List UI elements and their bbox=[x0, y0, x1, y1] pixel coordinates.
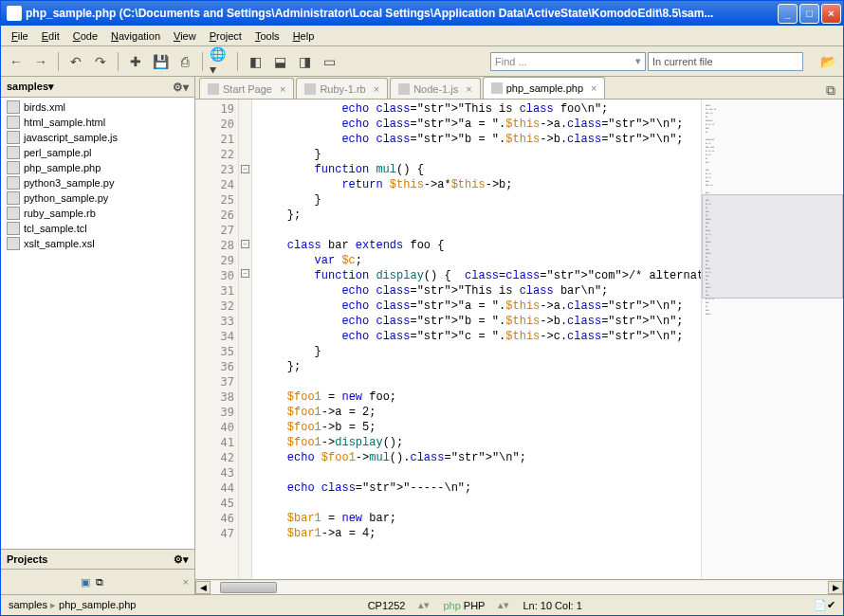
code-line[interactable]: $bar1->a = 4; bbox=[260, 526, 701, 541]
line-number[interactable]: 34 bbox=[195, 329, 234, 344]
horizontal-scrollbar[interactable]: ◀ ▶ bbox=[195, 579, 843, 594]
line-number[interactable]: 28 bbox=[195, 238, 234, 253]
line-number[interactable]: 24 bbox=[195, 177, 234, 192]
code-line[interactable]: $bar1 = new bar; bbox=[260, 511, 701, 526]
code-line[interactable]: class bar extends foo { bbox=[260, 238, 701, 253]
encoding-selector[interactable]: CP1252 bbox=[368, 600, 406, 611]
code-line[interactable]: echo class="str">"a = ".$this->a.class="… bbox=[260, 299, 701, 314]
minimap[interactable]: ▬▬▬▬ ▬▬ ▬▬▬ ▬▬▬▬▬▬▬ ▬ ▬▬▬▬▬▬▬▬▬▬ ▬▬▬ ▬▬▬… bbox=[701, 100, 843, 579]
code-line[interactable]: $foo1->b = 5; bbox=[260, 420, 701, 435]
code-line[interactable]: return $this->a*$this->b; bbox=[260, 177, 701, 192]
maximize-button[interactable]: □ bbox=[799, 4, 819, 24]
browser-preview-button[interactable]: 🌐▾ bbox=[209, 50, 231, 73]
scroll-left-button[interactable]: ◀ bbox=[195, 581, 211, 594]
fullscreen-button[interactable]: ▭ bbox=[318, 50, 340, 73]
panel-bottom-button[interactable]: ⬓ bbox=[268, 50, 291, 73]
print-button[interactable]: ⎙ bbox=[174, 50, 196, 73]
line-number[interactable]: 25 bbox=[195, 192, 234, 208]
code-line[interactable] bbox=[260, 223, 701, 238]
code-line[interactable]: } bbox=[260, 344, 701, 359]
line-number[interactable]: 33 bbox=[195, 314, 234, 329]
close-icon[interactable]: × bbox=[374, 83, 379, 95]
line-number[interactable]: 29 bbox=[195, 253, 234, 268]
menu-file[interactable]: File bbox=[5, 28, 35, 44]
line-number[interactable]: 40 bbox=[195, 420, 234, 435]
file-item[interactable]: php_sample.php bbox=[1, 160, 194, 175]
breadcrumb-folder[interactable]: samples bbox=[9, 599, 47, 610]
code-line[interactable]: }; bbox=[260, 359, 701, 374]
code-line[interactable]: echo class="str">"a = ".$this->a.class="… bbox=[260, 117, 701, 132]
code-line[interactable]: $foo1 = new foo; bbox=[260, 390, 701, 405]
code-line[interactable]: } bbox=[260, 147, 701, 162]
undo-button[interactable]: ↶ bbox=[64, 50, 87, 73]
code-line[interactable]: echo class="str">"c = ".$this->c.class="… bbox=[260, 329, 701, 344]
editor-tab[interactable]: Start Page× bbox=[199, 78, 294, 99]
file-item[interactable]: python3_sample.py bbox=[1, 175, 194, 190]
language-selector[interactable]: php PHP bbox=[443, 600, 485, 611]
line-number[interactable]: 20 bbox=[195, 117, 234, 132]
menu-navigation[interactable]: Navigation bbox=[104, 28, 167, 44]
file-item[interactable]: xslt_sample.xsl bbox=[1, 236, 194, 251]
line-number[interactable]: 38 bbox=[195, 390, 234, 405]
close-icon[interactable]: × bbox=[466, 83, 471, 95]
breadcrumb[interactable]: samples ▸ php_sample.php bbox=[9, 599, 136, 611]
line-number[interactable]: 32 bbox=[195, 299, 234, 314]
editor-tab[interactable]: php_sample.php× bbox=[483, 77, 606, 99]
copy-icon[interactable]: ⧉ bbox=[96, 576, 103, 589]
updown-icon[interactable]: ▴▾ bbox=[418, 599, 430, 611]
breadcrumb-file[interactable]: php_sample.php bbox=[59, 599, 136, 610]
file-list[interactable]: birds.xmlhtml_sample.htmljavascript_samp… bbox=[1, 98, 194, 549]
code-line[interactable] bbox=[260, 465, 701, 480]
minimap-viewport[interactable] bbox=[702, 194, 843, 299]
menu-view[interactable]: View bbox=[167, 28, 203, 44]
minimize-button[interactable]: _ bbox=[778, 4, 798, 24]
code-line[interactable] bbox=[260, 496, 701, 511]
line-number[interactable]: 36 bbox=[195, 359, 234, 374]
close-icon[interactable]: × bbox=[280, 83, 285, 95]
code-line[interactable]: echo $foo1->mul().class="str">"\n"; bbox=[260, 450, 701, 465]
tab-group-icon[interactable]: ⧉ bbox=[826, 82, 835, 99]
menu-tools[interactable]: Tools bbox=[248, 28, 286, 44]
menu-edit[interactable]: Edit bbox=[35, 28, 66, 44]
titlebar[interactable]: php_sample.php (C:\Documents and Setting… bbox=[1, 1, 843, 26]
file-item[interactable]: ruby_sample.rb bbox=[1, 206, 194, 221]
code-line[interactable]: echo class="str">"This is class foo\n"; bbox=[260, 101, 701, 117]
cursor-position[interactable]: Ln: 10 Col: 1 bbox=[523, 600, 581, 611]
code-line[interactable]: var $c; bbox=[260, 253, 701, 268]
close-icon[interactable]: × bbox=[591, 82, 596, 94]
forward-button[interactable]: → bbox=[29, 50, 52, 73]
code-line[interactable]: echo class="str">"-----\n"; bbox=[260, 480, 701, 496]
file-item[interactable]: birds.xml bbox=[1, 100, 194, 115]
fold-toggle[interactable]: − bbox=[241, 165, 249, 173]
line-number[interactable]: 46 bbox=[195, 511, 234, 526]
file-item[interactable]: python_sample.py bbox=[1, 190, 194, 206]
line-number[interactable]: 35 bbox=[195, 344, 234, 359]
editor-tab[interactable]: Ruby-1.rb× bbox=[296, 78, 388, 99]
line-number[interactable]: 19 bbox=[195, 101, 234, 117]
line-number[interactable]: 42 bbox=[195, 450, 234, 465]
menu-project[interactable]: Project bbox=[203, 28, 248, 44]
line-number[interactable]: 43 bbox=[195, 465, 234, 480]
code-line[interactable] bbox=[260, 374, 701, 390]
dropdown-icon[interactable]: ▾ bbox=[48, 81, 54, 92]
syntax-check-icon[interactable]: 📄✔ bbox=[814, 599, 835, 611]
line-number[interactable]: 44 bbox=[195, 480, 234, 496]
line-number[interactable]: 39 bbox=[195, 405, 234, 420]
new-file-button[interactable]: ✚ bbox=[124, 50, 147, 73]
line-number[interactable]: 41 bbox=[195, 435, 234, 450]
find-input[interactable]: Find ... ▾ bbox=[490, 52, 646, 71]
close-button[interactable]: × bbox=[821, 4, 841, 24]
panel-left-button[interactable]: ◧ bbox=[244, 50, 266, 73]
scroll-thumb[interactable] bbox=[220, 582, 277, 593]
redo-button[interactable]: ↷ bbox=[89, 50, 112, 73]
code-line[interactable]: $foo1->a = 2; bbox=[260, 405, 701, 420]
line-number[interactable]: 47 bbox=[195, 526, 234, 541]
collapse-icon[interactable]: ▣ bbox=[81, 576, 90, 589]
close-panel-button[interactable]: × bbox=[183, 576, 189, 588]
code-line[interactable]: }; bbox=[260, 208, 701, 223]
line-number[interactable]: 30 bbox=[195, 268, 234, 283]
code-line[interactable]: function display() { class=class="str">"… bbox=[260, 268, 701, 283]
code-line[interactable]: } bbox=[260, 192, 701, 208]
save-button[interactable]: 💾 bbox=[149, 50, 172, 73]
line-number[interactable]: 27 bbox=[195, 223, 234, 238]
